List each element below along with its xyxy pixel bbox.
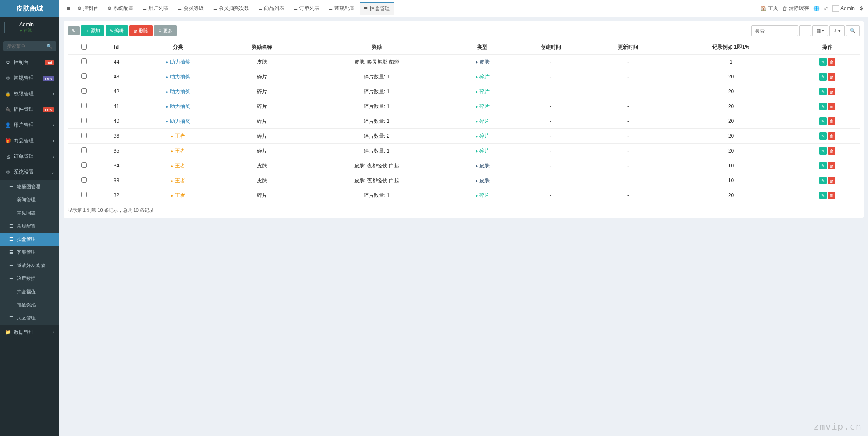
row-edit-button[interactable]: ✎ [819, 58, 827, 66]
category-tag[interactable]: 助力抽奖 [166, 118, 190, 125]
column-header[interactable]: 奖励名称 [223, 40, 300, 55]
tab-1[interactable]: ⚙系统配置 [103, 2, 138, 15]
add-button[interactable]: ＋添加 [81, 25, 104, 36]
select-all-checkbox[interactable] [81, 44, 87, 50]
row-checkbox[interactable] [81, 162, 87, 168]
submenu-item-5[interactable]: ☰客服管理 [0, 246, 59, 259]
submenu-item-1[interactable]: ☰新闻管理 [0, 193, 59, 206]
nav-lang-icon[interactable]: 🌐 [813, 6, 820, 11]
nav-settings-icon[interactable]: ⚙ [859, 6, 864, 11]
row-checkbox[interactable] [81, 133, 87, 138]
delete-button[interactable]: 🗑删除 [129, 25, 153, 36]
tab-8[interactable]: ☰抽盒管理 [360, 2, 394, 15]
column-header[interactable]: 操作 [795, 40, 860, 55]
submenu-item-9[interactable]: ☰福值奖池 [0, 298, 59, 311]
row-checkbox[interactable] [81, 177, 87, 183]
submenu-item-8[interactable]: ☰抽盒福值 [0, 285, 59, 298]
row-edit-button[interactable]: ✎ [819, 132, 827, 140]
search-button[interactable]: 🔍 [846, 25, 860, 36]
row-checkbox[interactable] [81, 147, 87, 153]
tab-4[interactable]: ☰会员抽奖次数 [209, 2, 253, 15]
view-list-button[interactable]: ☰ [799, 25, 811, 36]
sidebar-item-5[interactable]: 🎁商品管理‹ [0, 133, 59, 149]
cell-updated: - [590, 158, 667, 173]
row-checkbox[interactable] [81, 118, 87, 123]
category-tag[interactable]: 王者 [171, 147, 185, 155]
tab-7[interactable]: ☰常规配置 [325, 2, 359, 15]
submenu-item-0[interactable]: ☰轮播图管理 [0, 180, 59, 193]
sidebar-item-1[interactable]: ⚙常规管理new [0, 70, 59, 86]
column-header[interactable]: Id [100, 40, 133, 55]
row-delete-button[interactable]: 🗑 [828, 117, 835, 125]
table-search-input[interactable] [751, 25, 798, 36]
search-icon[interactable]: 🔍 [47, 44, 53, 49]
submenu-item-2[interactable]: ☰常见问题 [0, 206, 59, 219]
row-checkbox[interactable] [81, 58, 87, 64]
row-edit-button[interactable]: ✎ [819, 192, 827, 199]
row-delete-button[interactable]: 🗑 [828, 162, 835, 169]
submenu-item-6[interactable]: ☰邀请好友奖励 [0, 259, 59, 272]
sidebar-item-3[interactable]: 🔌插件管理new [0, 102, 59, 117]
submenu-item-3[interactable]: ☰常规配置 [0, 219, 59, 233]
row-edit-button[interactable]: ✎ [819, 177, 827, 184]
row-delete-button[interactable]: 🗑 [828, 147, 835, 155]
sidebar-item-7[interactable]: ⚙系统设置⌄ [0, 164, 59, 180]
view-grid-button[interactable]: ▦ ▾ [812, 25, 828, 36]
column-header[interactable]: 记录例如 1即1% [667, 40, 795, 55]
edit-button[interactable]: ✎编辑 [106, 25, 128, 36]
nav-home[interactable]: 🏠 主页 [760, 5, 778, 12]
submenu-item-10[interactable]: ☰大区管理 [0, 311, 59, 325]
column-header[interactable]: 分类 [133, 40, 223, 55]
column-header[interactable]: 创建时间 [512, 40, 590, 55]
category-tag[interactable]: 王者 [171, 133, 185, 140]
row-edit-button[interactable]: ✎ [819, 162, 827, 169]
row-checkbox[interactable] [81, 103, 87, 108]
sidebar-item-4[interactable]: 👤用户管理‹ [0, 117, 59, 133]
tab-5[interactable]: ☰商品列表 [254, 2, 289, 15]
sidebar-item-0[interactable]: ⚙控制台hot [0, 55, 59, 70]
badge: new [43, 76, 54, 81]
row-delete-button[interactable]: 🗑 [828, 58, 835, 66]
row-edit-button[interactable]: ✎ [819, 147, 827, 155]
tab-2[interactable]: ☰用户列表 [139, 2, 173, 15]
more-button[interactable]: ⚙更多 [154, 25, 177, 36]
column-header[interactable]: 类型 [453, 40, 512, 55]
row-checkbox[interactable] [81, 88, 87, 94]
row-delete-button[interactable]: 🗑 [828, 73, 835, 81]
sidebar-item-2[interactable]: 🔒权限管理‹ [0, 86, 59, 102]
tab-6[interactable]: ☰订单列表 [289, 2, 324, 15]
menu-toggle-icon[interactable]: ≡ [64, 4, 73, 13]
row-delete-button[interactable]: 🗑 [828, 192, 835, 199]
sidebar-item-6[interactable]: 🖨订单管理‹ [0, 149, 59, 164]
row-delete-button[interactable]: 🗑 [828, 132, 835, 140]
export-button[interactable]: ⇩ ▾ [829, 25, 845, 36]
row-delete-button[interactable]: 🗑 [828, 103, 835, 110]
row-delete-button[interactable]: 🗑 [828, 177, 835, 184]
category-tag[interactable]: 王者 [171, 177, 185, 184]
row-delete-button[interactable]: 🗑 [828, 88, 835, 95]
nav-expand-icon[interactable]: ⤢ [824, 6, 828, 11]
nav-clear-cache[interactable]: 🗑 清除缓存 [782, 5, 809, 12]
column-header[interactable]: 更新时间 [590, 40, 667, 55]
category-tag[interactable]: 助力抽奖 [166, 73, 190, 81]
nav-user[interactable]: Admin [832, 5, 855, 12]
table-row: 33 王者 皮肤 皮肤: 夜都怪侠 白起 皮肤 - - 10 ✎ 🗑 [68, 173, 860, 188]
row-checkbox[interactable] [81, 73, 87, 79]
row-edit-button[interactable]: ✎ [819, 103, 827, 110]
category-tag[interactable]: 助力抽奖 [166, 58, 190, 66]
category-tag[interactable]: 助力抽奖 [166, 103, 190, 110]
row-edit-button[interactable]: ✎ [819, 117, 827, 125]
refresh-button[interactable]: ↻ [68, 26, 80, 35]
submenu-item-7[interactable]: ☰滚屏数据 [0, 272, 59, 285]
sidebar-item-extra[interactable]: 📁数据管理‹ [0, 325, 59, 340]
category-tag[interactable]: 王者 [171, 192, 185, 199]
row-edit-button[interactable]: ✎ [819, 73, 827, 81]
tab-3[interactable]: ☰会员等级 [174, 2, 208, 15]
tab-0[interactable]: ⚙控制台 [73, 2, 103, 15]
row-checkbox[interactable] [81, 192, 87, 197]
submenu-item-4[interactable]: ☰抽盒管理 [0, 233, 59, 246]
row-edit-button[interactable]: ✎ [819, 88, 827, 95]
column-header[interactable]: 奖励 [300, 40, 453, 55]
category-tag[interactable]: 助力抽奖 [166, 88, 190, 95]
category-tag[interactable]: 王者 [171, 162, 185, 169]
